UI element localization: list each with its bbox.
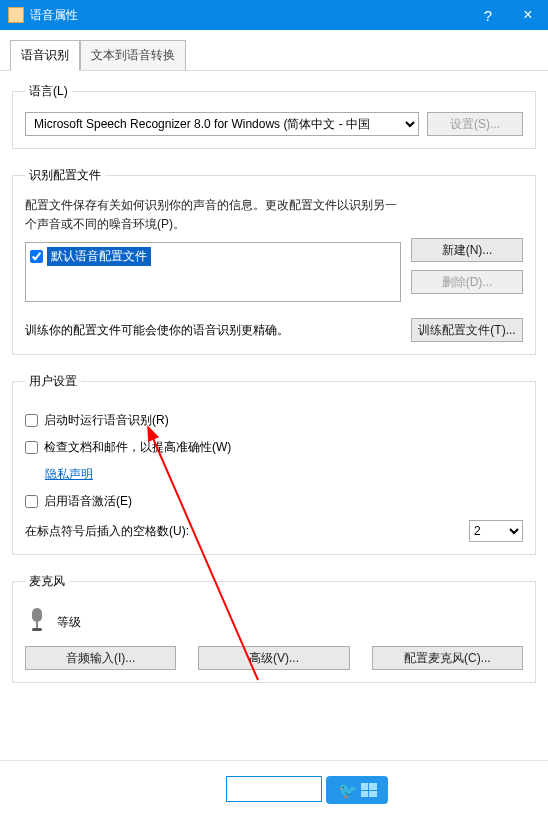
spaces-select[interactable]: 2 <box>469 520 523 542</box>
tab-speech-recognition[interactable]: 语音识别 <box>10 40 80 71</box>
privacy-link[interactable]: 隐私声明 <box>45 466 93 483</box>
activate-label: 启用语音激活(E) <box>44 493 132 510</box>
advanced-button[interactable]: 高级(V)... <box>198 646 349 670</box>
tab-text-to-speech[interactable]: 文本到语音转换 <box>80 40 186 70</box>
configure-mic-button[interactable]: 配置麦克风(C)... <box>372 646 523 670</box>
group-language: 语言(L) Microsoft Speech Recognizer 8.0 fo… <box>12 83 536 149</box>
profile-desc: 配置文件保存有关如何识别你的声音的信息。更改配置文件以识别另一个声音或不同的噪音… <box>25 196 401 234</box>
help-button[interactable]: ? <box>468 0 508 30</box>
group-mic-legend: 麦克风 <box>25 573 69 590</box>
new-profile-button[interactable]: 新建(N)... <box>411 238 523 262</box>
group-user-legend: 用户设置 <box>25 373 81 390</box>
window-icon <box>8 7 24 23</box>
profile-listbox[interactable]: 默认语音配置文件 <box>25 242 401 302</box>
startup-checkbox[interactable] <box>25 414 38 427</box>
group-user-settings: 用户设置 启动时运行语音识别(R) 检查文档和邮件，以提高准确性(W) 隐私声明… <box>12 373 536 555</box>
language-select[interactable]: Microsoft Speech Recognizer 8.0 for Wind… <box>25 112 419 136</box>
content-area: 语言(L) Microsoft Speech Recognizer 8.0 fo… <box>0 71 548 713</box>
group-language-legend: 语言(L) <box>25 83 72 100</box>
group-profile-legend: 识别配置文件 <box>25 167 105 184</box>
spaces-label: 在标点符号后插入的空格数(U): <box>25 523 189 540</box>
ok-button[interactable] <box>226 776 322 802</box>
windows-icon <box>361 783 377 797</box>
group-microphone: 麦克风 等级 音频输入(I)... 高级(V)... 配置麦克风(C)... <box>12 573 536 683</box>
review-checkbox[interactable] <box>25 441 38 454</box>
profile-item-label: 默认语音配置文件 <box>47 247 151 266</box>
activate-checkbox[interactable] <box>25 495 38 508</box>
tab-strip: 语音识别 文本到语音转换 <box>0 30 548 71</box>
review-label: 检查文档和邮件，以提高准确性(W) <box>44 439 231 456</box>
window-title: 语音属性 <box>30 7 468 24</box>
profile-item-checkbox[interactable] <box>30 250 43 263</box>
audio-input-button[interactable]: 音频输入(I)... <box>25 646 176 670</box>
bird-icon: 🐦 <box>338 781 358 800</box>
dialog-footer: 🐦 <box>0 760 548 816</box>
train-desc: 训练你的配置文件可能会使你的语音识别更精确。 <box>25 322 289 339</box>
list-item[interactable]: 默认语音配置文件 <box>30 247 396 266</box>
train-profile-button[interactable]: 训练配置文件(T)... <box>411 318 523 342</box>
delete-profile-button: 删除(D)... <box>411 270 523 294</box>
level-label: 等级 <box>57 614 81 631</box>
close-button[interactable]: × <box>508 0 548 30</box>
title-bar: 语音属性 ? × <box>0 0 548 30</box>
startup-label: 启动时运行语音识别(R) <box>44 412 169 429</box>
microphone-icon <box>27 608 47 636</box>
watermark-badge: 🐦 <box>326 776 388 804</box>
settings-button: 设置(S)... <box>427 112 523 136</box>
group-profile: 识别配置文件 配置文件保存有关如何识别你的声音的信息。更改配置文件以识别另一个声… <box>12 167 536 355</box>
